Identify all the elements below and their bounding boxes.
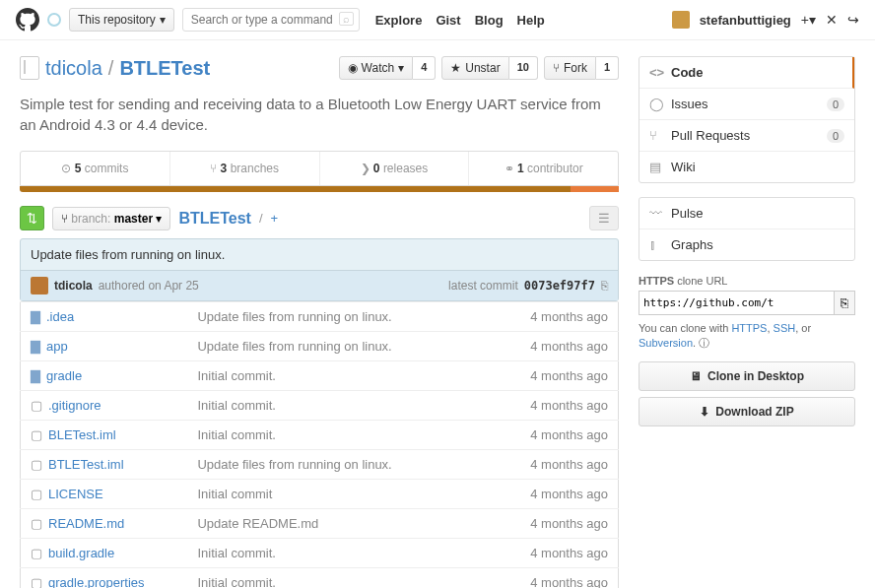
clone-info: You can clone with HTTPS, SSH, or Subver… bbox=[639, 321, 855, 352]
file-commit-message[interactable]: Initial commit. bbox=[187, 539, 483, 568]
copy-url-button[interactable]: ⎘ bbox=[835, 291, 855, 315]
watch-count[interactable]: 4 bbox=[413, 56, 436, 80]
file-row: ▢ gradle.propertiesInitial commit.4 mont… bbox=[21, 568, 619, 589]
file-name-link[interactable]: ▢ README.md bbox=[31, 516, 177, 531]
commit-message[interactable]: Update files from running on linux. bbox=[21, 239, 618, 271]
clone-svn-link[interactable]: Subversion bbox=[639, 337, 693, 349]
clone-https-link[interactable]: HTTPS bbox=[731, 322, 767, 334]
nav-code[interactable]: <>Code bbox=[639, 57, 854, 89]
issue-icon: ◯ bbox=[649, 97, 663, 111]
nav-explore[interactable]: Explore bbox=[375, 13, 423, 28]
file-age: 4 months ago bbox=[483, 332, 618, 361]
search-scope-dropdown[interactable]: This repository ▾ bbox=[69, 8, 174, 32]
file-name-link[interactable]: ▇ .idea bbox=[31, 309, 177, 324]
clone-proto[interactable]: HTTPS bbox=[639, 275, 674, 287]
file-age: 4 months ago bbox=[483, 509, 618, 539]
breadcrumb-sep: / bbox=[259, 211, 263, 226]
nav-graphs[interactable]: ⫿Graphs bbox=[639, 229, 854, 260]
search-input[interactable] bbox=[182, 8, 360, 32]
file-commit-message[interactable]: Update files from running on linux. bbox=[187, 450, 483, 480]
stat-branches[interactable]: ⑂ 3 branches bbox=[170, 152, 320, 185]
star-button[interactable]: ★Unstar bbox=[441, 56, 508, 80]
stat-releases[interactable]: ❯ 0 releases bbox=[320, 152, 470, 185]
user-nav: stefanbuttigieg +▾ ✕ ↪ bbox=[672, 11, 859, 29]
file-icon: ▢ bbox=[31, 398, 42, 413]
create-file-button[interactable]: + bbox=[271, 211, 279, 226]
file-icon: ▢ bbox=[31, 516, 42, 531]
breadcrumb-root[interactable]: BTLETest bbox=[178, 210, 250, 228]
file-commit-message[interactable]: Initial commit. bbox=[187, 391, 483, 421]
file-age: 4 months ago bbox=[483, 539, 618, 568]
file-name-link[interactable]: ▢ BLETest.iml bbox=[31, 427, 177, 442]
fork-count[interactable]: 1 bbox=[596, 56, 619, 80]
clone-url-input[interactable] bbox=[639, 291, 835, 315]
issues-count: 0 bbox=[827, 98, 844, 111]
list-view-toggle[interactable]: ☰ bbox=[589, 206, 619, 230]
compare-button[interactable]: ⇅ bbox=[20, 206, 44, 230]
file-row: ▇ appUpdate files from running on linux.… bbox=[21, 332, 619, 361]
repo-name-link[interactable]: BTLETest bbox=[119, 57, 210, 80]
commit-meta: tdicola authored on Apr 25 latest commit… bbox=[21, 271, 618, 300]
pr-icon: ⑂ bbox=[649, 128, 663, 143]
caret-down-icon: ▾ bbox=[160, 13, 166, 27]
file-name-link[interactable]: ▇ gradle bbox=[31, 368, 177, 383]
nav-issues[interactable]: ◯Issues0 bbox=[639, 89, 854, 120]
branch-select[interactable]: ⑂ branch: master ▾ bbox=[52, 207, 170, 230]
help-icon[interactable]: ⓘ bbox=[699, 337, 709, 349]
notifications-icon[interactable] bbox=[47, 13, 61, 27]
repo-actions: ◉Watch ▾4 ★Unstar10 ⑂Fork1 bbox=[339, 56, 619, 80]
file-icon: ▢ bbox=[31, 546, 42, 560]
file-name-link[interactable]: ▢ build.gradle bbox=[31, 546, 177, 560]
nav-pulse[interactable]: 〰Pulse bbox=[639, 198, 854, 229]
github-logo-icon[interactable] bbox=[16, 8, 39, 32]
file-commit-message[interactable]: Initial commit. bbox=[187, 421, 483, 450]
clone-ssh-link[interactable]: SSH bbox=[774, 322, 796, 334]
file-icon: ▢ bbox=[31, 487, 42, 501]
watch-button[interactable]: ◉Watch ▾ bbox=[339, 56, 414, 80]
nav-blog[interactable]: Blog bbox=[475, 13, 504, 28]
user-name[interactable]: stefanbuttigieg bbox=[700, 13, 791, 28]
clipboard-icon[interactable]: ⎘ bbox=[601, 279, 608, 293]
commit-authored-date: authored on Apr 25 bbox=[99, 279, 199, 293]
settings-icon[interactable]: ✕ bbox=[826, 12, 838, 28]
file-row: ▢ LICENSEInitial commit4 months ago bbox=[21, 480, 619, 509]
clone-label: clone URL bbox=[677, 275, 727, 287]
file-name-link[interactable]: ▢ .gitignore bbox=[31, 398, 177, 413]
commit-sha[interactable]: 0073ef97f7 bbox=[524, 279, 595, 293]
user-avatar[interactable] bbox=[672, 11, 690, 29]
star-count[interactable]: 10 bbox=[509, 56, 538, 80]
create-new-dropdown[interactable]: +▾ bbox=[801, 12, 816, 28]
nav-pull-requests[interactable]: ⑂Pull Requests0 bbox=[639, 120, 854, 152]
eye-icon: ◉ bbox=[348, 61, 358, 75]
stat-contributors[interactable]: ⚭ 1 contributor bbox=[469, 152, 618, 185]
nav-help[interactable]: Help bbox=[517, 13, 545, 28]
file-commit-message[interactable]: Update files from running on linux. bbox=[187, 302, 483, 332]
sidebar: <>Code ◯Issues0 ⑂Pull Requests0 ▤Wiki 〰P… bbox=[639, 56, 855, 588]
file-age: 4 months ago bbox=[483, 421, 618, 450]
stat-commits[interactable]: ⊙ 5 commits bbox=[21, 152, 170, 185]
nav-wiki[interactable]: ▤Wiki bbox=[639, 152, 854, 182]
file-name-link[interactable]: ▢ gradle.properties bbox=[31, 575, 177, 588]
file-commit-message[interactable]: Initial commit bbox=[187, 480, 483, 509]
file-commit-message[interactable]: Initial commit. bbox=[187, 568, 483, 589]
commit-author-avatar[interactable] bbox=[31, 277, 48, 294]
folder-icon: ▇ bbox=[31, 339, 40, 354]
fork-button[interactable]: ⑂Fork bbox=[544, 56, 596, 80]
latest-commit-box: Update files from running on linux. tdic… bbox=[20, 238, 619, 301]
download-zip-button[interactable]: ⬇Download ZIP bbox=[639, 397, 855, 426]
file-name-link[interactable]: ▇ app bbox=[31, 339, 177, 354]
file-name-link[interactable]: ▢ BTLETest.iml bbox=[31, 457, 177, 472]
clone-desktop-button[interactable]: 🖥Clone in Desktop bbox=[639, 361, 855, 391]
file-name-link[interactable]: ▢ LICENSE bbox=[31, 487, 177, 501]
file-row: ▢ .gitignoreInitial commit.4 months ago bbox=[21, 391, 619, 421]
signout-icon[interactable]: ↪ bbox=[847, 12, 859, 28]
repo-owner-link[interactable]: tdicola bbox=[45, 57, 102, 80]
language-bar[interactable] bbox=[20, 186, 619, 192]
pulse-icon: 〰 bbox=[649, 206, 663, 221]
nav-gist[interactable]: Gist bbox=[436, 13, 460, 28]
commit-author-link[interactable]: tdicola bbox=[54, 279, 93, 293]
file-commit-message[interactable]: Update README.md bbox=[187, 509, 483, 539]
file-commit-message[interactable]: Initial commit. bbox=[187, 361, 483, 391]
file-commit-message[interactable]: Update files from running on linux. bbox=[187, 332, 483, 361]
compare-icon: ⇅ bbox=[27, 211, 37, 226]
